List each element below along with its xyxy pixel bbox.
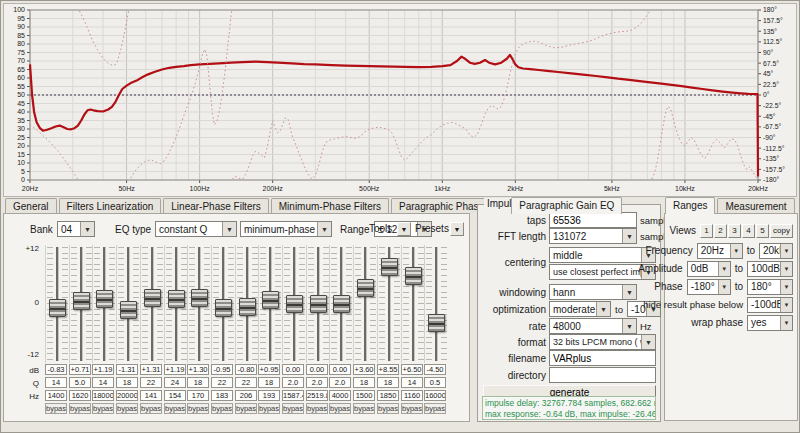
- gain-slider-handle[interactable]: [333, 295, 350, 313]
- q-value-input[interactable]: 22: [235, 377, 257, 388]
- gain-slider-handle[interactable]: [405, 267, 422, 285]
- q-value-input[interactable]: 14: [45, 377, 67, 388]
- gain-slider-handle[interactable]: [191, 289, 208, 307]
- bypass-button[interactable]: bypass: [258, 403, 280, 414]
- gain-value-input[interactable]: +1.31: [140, 364, 162, 375]
- phase-mode-select[interactable]: minimum-phase ▼: [240, 221, 332, 237]
- chevron-down-icon[interactable]: ▼: [222, 222, 236, 236]
- fft-length-select[interactable]: 131072 ▼: [549, 228, 637, 244]
- bypass-button[interactable]: bypass: [235, 403, 257, 414]
- gain-slider-handle[interactable]: [262, 291, 279, 309]
- chevron-down-icon[interactable]: ▼: [641, 335, 655, 349]
- view-button-1[interactable]: 1: [700, 224, 713, 238]
- gain-value-input[interactable]: +8.55: [377, 364, 399, 375]
- chevron-down-icon[interactable]: ▼: [730, 244, 742, 258]
- frequency-value-input[interactable]: 170: [187, 390, 209, 401]
- rate-select[interactable]: 48000 ▼: [549, 318, 637, 334]
- frequency-value-input[interactable]: 18000: [92, 390, 114, 401]
- frequency-value-input[interactable]: 193: [258, 390, 280, 401]
- gain-value-input[interactable]: -0.80: [235, 364, 257, 375]
- q-value-input[interactable]: 18: [187, 377, 209, 388]
- eq-type-select[interactable]: constant Q ▼: [155, 221, 237, 237]
- gain-value-input[interactable]: -1.31: [116, 364, 138, 375]
- gain-value-input[interactable]: 0.00: [282, 364, 304, 375]
- q-value-input[interactable]: 18: [116, 377, 138, 388]
- gain-slider-handle[interactable]: [96, 290, 113, 308]
- chevron-down-icon[interactable]: ▼: [780, 262, 792, 276]
- q-value-input[interactable]: 2.0: [306, 377, 328, 388]
- view-button-copy[interactable]: copy: [770, 224, 793, 238]
- frequency-value-input[interactable]: 2519.8: [306, 390, 328, 401]
- filename-input[interactable]: [549, 350, 656, 366]
- tab-paragraphic-gain-eq[interactable]: Paragraphic Gain EQ: [511, 197, 622, 214]
- chevron-down-icon[interactable]: ▼: [80, 222, 94, 236]
- frequency-value-input[interactable]: 1620: [69, 390, 91, 401]
- gain-value-input[interactable]: +0.71: [69, 364, 91, 375]
- bypass-button[interactable]: bypass: [424, 403, 446, 414]
- q-value-input[interactable]: 0.5: [424, 377, 446, 388]
- chevron-down-icon[interactable]: ▼: [718, 262, 730, 276]
- q-value-input[interactable]: 18: [353, 377, 375, 388]
- q-value-input[interactable]: 14: [401, 377, 423, 388]
- frequency-value-input[interactable]: 20000: [116, 390, 138, 401]
- chevron-down-icon[interactable]: ▼: [622, 319, 636, 333]
- frequency-value-input[interactable]: 1850: [377, 390, 399, 401]
- q-value-input[interactable]: 5.0: [69, 377, 91, 388]
- bypass-button[interactable]: bypass: [377, 403, 399, 414]
- frequency-value-input[interactable]: 1400: [45, 390, 67, 401]
- frequency-value-input[interactable]: 183: [211, 390, 233, 401]
- slider-track[interactable]: [412, 247, 415, 361]
- q-value-input[interactable]: 22: [211, 377, 233, 388]
- gain-slider-handle[interactable]: [168, 290, 185, 308]
- gain-value-input[interactable]: +1.19: [164, 364, 186, 375]
- gain-value-input[interactable]: +1.30: [187, 364, 209, 375]
- chevron-down-icon[interactable]: ▼: [780, 280, 792, 294]
- tools-dropdown-button[interactable]: ▼: [397, 222, 411, 236]
- optimization-select[interactable]: moderate ▼: [549, 301, 611, 317]
- gain-slider-handle[interactable]: [310, 295, 327, 313]
- gain-value-input[interactable]: -0.95: [211, 364, 233, 375]
- frequency-to-select[interactable]: 20kHz ▼: [759, 243, 793, 259]
- chevron-down-icon[interactable]: ▼: [780, 244, 792, 258]
- frequency-value-input[interactable]: 4000: [329, 390, 351, 401]
- phase-to-select[interactable]: 180° ▼: [747, 279, 793, 295]
- chevron-down-icon[interactable]: ▼: [622, 285, 636, 299]
- bypass-button[interactable]: bypass: [329, 403, 351, 414]
- view-button-4[interactable]: 4: [742, 224, 755, 238]
- tab-measurement[interactable]: Measurement: [717, 198, 794, 214]
- phase-from-select[interactable]: -180° ▼: [687, 279, 731, 295]
- tab-minimum-phase-filters[interactable]: Minimum-Phase Filters: [271, 198, 389, 214]
- frequency-value-input[interactable]: 1160: [401, 390, 423, 401]
- gain-slider-handle[interactable]: [239, 298, 256, 316]
- gain-slider-handle[interactable]: [428, 314, 445, 332]
- gain-value-input[interactable]: 0.00: [306, 364, 328, 375]
- chevron-down-icon[interactable]: ▼: [780, 298, 792, 312]
- q-value-input[interactable]: 14: [92, 377, 114, 388]
- tab-linear-phase-filters[interactable]: Linear-Phase Filters: [163, 198, 268, 214]
- wrap-phase-select[interactable]: yes ▼: [747, 315, 793, 331]
- q-value-input[interactable]: 22: [140, 377, 162, 388]
- view-button-2[interactable]: 2: [714, 224, 727, 238]
- gain-value-input[interactable]: -0.83: [45, 364, 67, 375]
- gain-slider-handle[interactable]: [120, 301, 137, 319]
- bypass-button[interactable]: bypass: [45, 403, 67, 414]
- gain-slider-handle[interactable]: [286, 295, 303, 313]
- bypass-button[interactable]: bypass: [353, 403, 375, 414]
- bypass-button[interactable]: bypass: [306, 403, 328, 414]
- bypass-button[interactable]: bypass: [282, 403, 304, 414]
- bypass-button[interactable]: bypass: [140, 403, 162, 414]
- q-value-input[interactable]: 2.0: [329, 377, 351, 388]
- amplitude-to-select[interactable]: 100dB ▼: [747, 261, 793, 277]
- gain-value-input[interactable]: 0.00: [329, 364, 351, 375]
- presets-dropdown-button[interactable]: ▼: [450, 222, 464, 236]
- frequency-from-select[interactable]: 20Hz ▼: [697, 243, 743, 259]
- directory-input[interactable]: [549, 367, 656, 383]
- amplitude-from-select[interactable]: 0dB ▼: [687, 261, 731, 277]
- chevron-down-icon[interactable]: ▼: [622, 229, 636, 243]
- chevron-down-icon[interactable]: ▼: [780, 316, 792, 330]
- gain-slider-handle[interactable]: [381, 258, 398, 276]
- gain-value-input[interactable]: +6.50: [401, 364, 423, 375]
- centering-select-1[interactable]: middle ▼: [549, 247, 656, 263]
- q-value-input[interactable]: 24: [164, 377, 186, 388]
- frequency-value-input[interactable]: 154: [164, 390, 186, 401]
